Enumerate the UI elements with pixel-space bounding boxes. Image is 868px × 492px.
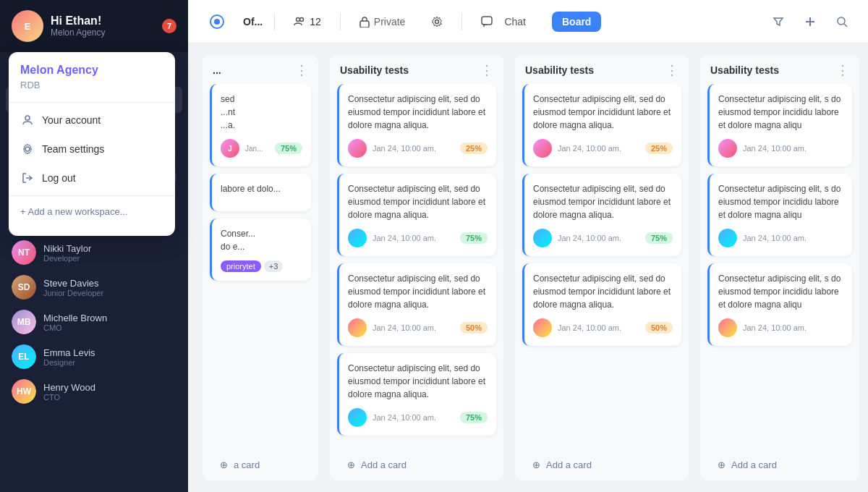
privacy-btn[interactable]: Private bbox=[352, 12, 413, 32]
workspace-dropdown: Melon Agency RDB Your account Team setti… bbox=[9, 52, 175, 236]
card-2-3-footer: Jan 24, 10:00 am. 50% bbox=[533, 318, 673, 337]
card-2-3[interactable]: Consectetur adipiscing elit, sed do eius… bbox=[522, 263, 681, 346]
topnav-actions bbox=[767, 10, 854, 33]
card-2-3-date: Jan 24, 10:00 am. bbox=[558, 323, 639, 332]
card-1-1[interactable]: Consectetur adipiscing elit, sed do eius… bbox=[337, 84, 496, 166]
partial-card-2[interactable]: labore et dolo... bbox=[210, 174, 311, 211]
partial-column-menu[interactable]: ⋮ bbox=[295, 64, 308, 77]
card-1-1-progress: 25% bbox=[460, 143, 488, 154]
user-avatar: E bbox=[12, 10, 43, 42]
partial-column-header: ... ⋮ bbox=[203, 55, 318, 84]
sidebar-header[interactable]: E Hi Ethan! Melon Agency 7 bbox=[0, 0, 188, 52]
column-1-add-card[interactable]: ⊕ Add a card bbox=[337, 452, 496, 478]
svg-point-5 bbox=[25, 147, 30, 151]
nikki-role: Developer bbox=[43, 254, 176, 263]
settings-btn[interactable] bbox=[424, 12, 450, 32]
user-greeting: Hi Ethan! bbox=[51, 14, 155, 27]
card-2-2[interactable]: Consectetur adipiscing elit, sed do eius… bbox=[522, 174, 681, 256]
card-2-1-progress: 25% bbox=[645, 143, 673, 154]
steve-name: Steve Davies bbox=[43, 278, 176, 289]
card-1-4-text: Consectetur adipiscing elit, sed do eius… bbox=[348, 362, 488, 401]
card-1-2-text: Consectetur adipiscing elit, sed do eius… bbox=[348, 182, 488, 221]
card-1-3-progress: 50% bbox=[460, 322, 488, 334]
card-1-4[interactable]: Consectetur adipiscing elit, sed do eius… bbox=[337, 353, 496, 436]
add-card-label-2: Add a card bbox=[546, 459, 592, 470]
ws-team-settings[interactable]: Team settings bbox=[9, 135, 175, 164]
emma-info: Emma Levis Designer bbox=[43, 347, 176, 367]
card-1-2[interactable]: Consectetur adipiscing elit, sed do eius… bbox=[337, 174, 496, 256]
ws-log-out[interactable]: Log out bbox=[9, 164, 175, 192]
add-card-label-1: Add a card bbox=[361, 459, 407, 470]
nikki-info: Nikki Taylor Developer bbox=[43, 243, 176, 263]
card-3-3-footer: Jan 24, 10:00 am. bbox=[718, 318, 843, 337]
card-1-3-avatar bbox=[348, 318, 367, 337]
henry-info: Henry Wood CTO bbox=[43, 382, 176, 402]
column-2-cards: Consectetur adipiscing elit, sed do eius… bbox=[515, 84, 689, 449]
add-workspace-label: + Add a new workspace... bbox=[20, 206, 128, 217]
card-3-2[interactable]: Consectetur adipiscing elit, s do eiusmo… bbox=[707, 174, 852, 256]
ws-your-account[interactable]: Your account bbox=[9, 106, 175, 135]
add-workspace-button[interactable]: + Add a new workspace... bbox=[9, 199, 175, 224]
column-2-title: Usability tests bbox=[525, 64, 594, 76]
top-navigation: Of... 12 Private Chat Board bbox=[188, 0, 868, 43]
column-3-menu[interactable]: ⋮ bbox=[836, 64, 849, 77]
chat-label: Chat bbox=[497, 12, 533, 32]
michelle-avatar: MB bbox=[12, 310, 36, 334]
column-2-add-card[interactable]: ⊕ Add a card bbox=[522, 452, 681, 478]
column-2-menu[interactable]: ⋮ bbox=[665, 64, 678, 77]
card-2-1-footer: Jan 24, 10:00 am. 25% bbox=[533, 139, 673, 158]
add-btn[interactable] bbox=[799, 10, 822, 33]
column-1-title: Usability tests bbox=[340, 64, 409, 76]
log-out-label: Log out bbox=[42, 172, 76, 184]
card-1-1-footer: Jan 24, 10:00 am. 25% bbox=[348, 139, 488, 158]
contact-item-emma[interactable]: EL Emma Levis Designer bbox=[0, 339, 188, 374]
person-icon bbox=[20, 113, 35, 127]
column-3: Usability tests ⋮ Consectetur adipiscing… bbox=[700, 55, 859, 480]
column-2-header: Usability tests ⋮ bbox=[515, 55, 689, 84]
card-1-2-date: Jan 24, 10:00 am. bbox=[373, 234, 454, 242]
card-3-1[interactable]: Consectetur adipiscing elit, s do eiusmo… bbox=[707, 84, 852, 166]
partial-card-1[interactable]: sed...nt...a. J Jan... 75% bbox=[210, 84, 311, 166]
card-3-3-text: Consectetur adipiscing elit, s do eiusmo… bbox=[718, 272, 843, 311]
card-3-1-avatar bbox=[718, 139, 737, 158]
members-btn[interactable]: 12 bbox=[286, 12, 328, 32]
svg-point-16 bbox=[838, 17, 845, 25]
card-3-1-date: Jan 24, 10:00 am. bbox=[743, 144, 843, 153]
chat-btn[interactable]: Chat bbox=[474, 7, 540, 36]
card-2-2-text: Consectetur adipiscing elit, sed do eius… bbox=[533, 182, 673, 221]
card-1-3[interactable]: Consectetur adipiscing elit, sed do eius… bbox=[337, 263, 496, 346]
members-count: 12 bbox=[310, 16, 321, 27]
partial-card-3[interactable]: Conser...do e... priorytet +3 bbox=[210, 219, 311, 281]
card-3-3[interactable]: Consectetur adipiscing elit, s do eiusmo… bbox=[707, 263, 852, 346]
workspace-title: Melon Agency bbox=[9, 64, 175, 80]
workspace-subtitle: RDB bbox=[9, 80, 175, 99]
tag-plus: +3 bbox=[264, 260, 284, 272]
contact-item-steve[interactable]: SD Steve Davies Junior Developer bbox=[0, 270, 188, 305]
contact-item-michelle[interactable]: MB Michelle Brown CMO bbox=[0, 305, 188, 339]
contact-item-henry[interactable]: HW Henry Wood CTO bbox=[0, 374, 188, 409]
board-btn[interactable]: Board bbox=[552, 12, 601, 32]
card-1-4-date: Jan 24, 10:00 am. bbox=[373, 413, 454, 422]
contact-item-nikki[interactable]: NT Nikki Taylor Developer bbox=[0, 235, 188, 270]
channel-icon-btn[interactable] bbox=[203, 10, 231, 33]
emma-role: Designer bbox=[43, 358, 176, 367]
card-2-3-progress: 50% bbox=[645, 322, 673, 334]
card-3-2-text: Consectetur adipiscing elit, s do eiusmo… bbox=[718, 182, 843, 221]
channel-name-partial: Of... bbox=[243, 16, 263, 27]
card-1-3-footer: Jan 24, 10:00 am. 50% bbox=[348, 318, 488, 337]
partial-column-title: ... bbox=[213, 64, 221, 76]
filter-btn[interactable] bbox=[767, 10, 790, 33]
partial-add-card[interactable]: ⊕ a card bbox=[210, 452, 311, 478]
card-3-1-text: Consectetur adipiscing elit, s do eiusmo… bbox=[718, 93, 843, 132]
add-card-icon-1: ⊕ bbox=[347, 459, 355, 470]
emma-avatar: EL bbox=[12, 344, 36, 369]
card-1-4-footer: Jan 24, 10:00 am. 75% bbox=[348, 408, 488, 427]
card-2-1[interactable]: Consectetur adipiscing elit, sed do eius… bbox=[522, 84, 681, 166]
column-3-header: Usability tests ⋮ bbox=[700, 55, 859, 84]
nav-sep-1 bbox=[274, 13, 275, 30]
search-btn[interactable] bbox=[830, 10, 854, 33]
column-3-add-card[interactable]: ⊕ Add a card bbox=[707, 452, 852, 478]
column-1-menu[interactable]: ⋮ bbox=[480, 64, 493, 77]
partial-card-1-progress: 75% bbox=[275, 143, 302, 154]
card-2-3-text: Consectetur adipiscing elit, sed do eius… bbox=[533, 272, 673, 311]
